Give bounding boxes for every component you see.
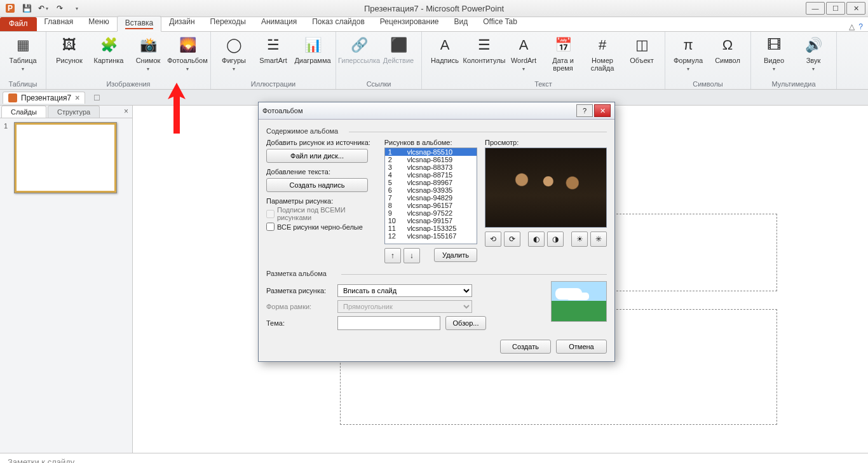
contrast-down-button[interactable]: ◑	[547, 232, 564, 247]
app-icon[interactable]: P	[3, 1, 18, 15]
ribbon-tab-показ слайдов[interactable]: Показ слайдов	[304, 15, 372, 31]
ribbon-tab-вид[interactable]: Вид	[447, 15, 476, 31]
ribbon-tab-дизайн[interactable]: Дизайн	[161, 15, 202, 31]
create-textbox-button[interactable]: Создать надпись	[266, 178, 368, 192]
picture-button[interactable]: 🖼Рисунок	[50, 33, 88, 65]
label-frame-shape: Форма рамки:	[266, 303, 332, 310]
smartart-button[interactable]: ☱SmartArt	[254, 33, 292, 65]
undo-button[interactable]: ↶▾	[36, 1, 51, 15]
symbol-button[interactable]: ΩСимвол	[709, 33, 747, 65]
ribbon-tab-вставка[interactable]: Вставка	[117, 16, 162, 32]
document-tab[interactable]: Презентация7 ×	[3, 92, 85, 104]
list-item[interactable]: 3vlcsnap-88373	[385, 163, 477, 171]
checkbox-captions[interactable]: Подписи под ВСЕМИ рисунками	[266, 206, 377, 221]
frame-shape-select: Прямоугольник	[337, 300, 472, 313]
ribbon-tab-меню[interactable]: Меню	[81, 15, 116, 31]
ribbon-tab-рецензирование[interactable]: Рецензирование	[372, 15, 447, 31]
chart-button[interactable]: 📊Диаграмма	[294, 33, 332, 65]
ribbon-tab-анимация[interactable]: Анимация	[254, 15, 304, 31]
move-down-button[interactable]: ↓	[403, 248, 420, 263]
shapes-icon: ◯	[224, 35, 244, 55]
ribbon-tab-переходы[interactable]: Переходы	[203, 15, 254, 31]
ribbon-group-label: Иллюстрации	[215, 79, 332, 89]
checkbox-blackwhite[interactable]: ВСЕ рисунки черно-белые	[266, 223, 377, 231]
preview-image	[485, 148, 606, 227]
save-button[interactable]: 💾	[19, 1, 34, 15]
redo-button[interactable]: ↷	[52, 1, 67, 15]
table-button[interactable]: ▦Таблица▾	[4, 33, 42, 74]
list-item[interactable]: 12vlcsnap-155167	[385, 232, 477, 240]
list-item[interactable]: 8vlcsnap-96157	[385, 202, 477, 209]
save-icon: 💾	[22, 4, 32, 13]
ribbon-button-label: Гиперссылка	[338, 57, 380, 64]
brightness-down-button[interactable]: ✳	[590, 232, 607, 247]
ribbon-button-label: Звук	[806, 57, 821, 64]
hyperlink-button: 🔗Гиперссылка	[340, 33, 378, 65]
shapes-button[interactable]: ◯Фигуры▾	[215, 33, 253, 74]
list-item[interactable]: 1vlcsnap-85510	[385, 148, 477, 156]
audio-button[interactable]: 🔊Звук▾	[794, 33, 832, 74]
qat-customize[interactable]: ▾	[69, 1, 84, 15]
notes-pane[interactable]: Заметки к слайду	[0, 453, 868, 463]
minimize-button[interactable]: —	[806, 2, 825, 15]
create-button[interactable]: Создать	[500, 340, 551, 354]
move-up-button[interactable]: ↑	[384, 248, 401, 263]
tab-slides[interactable]: Слайды	[1, 106, 46, 118]
photo-album-dialog: Фотоальбом ? ✕ Содержимое альбома Добави…	[258, 102, 615, 362]
theme-input[interactable]	[337, 316, 440, 330]
picture-layout-select[interactable]: Вписать в слайд	[337, 284, 472, 297]
layout-preview	[551, 281, 607, 322]
section-album-content: Содержимое альбома	[266, 127, 607, 135]
video-button[interactable]: 🎞Видео▾	[755, 33, 793, 74]
file-tab[interactable]: Файл	[0, 17, 37, 31]
datetime-button[interactable]: 📅Дата и время	[544, 33, 582, 73]
headerfooter-button[interactable]: ☰Колонтитулы	[465, 33, 503, 65]
rotate-left-button[interactable]: ⟲	[485, 232, 501, 247]
ribbon-tab-office tab[interactable]: Office Tab	[475, 15, 525, 31]
list-item[interactable]: 10vlcsnap-99157	[385, 217, 477, 225]
help-icon[interactable]: ?	[858, 22, 863, 31]
dialog-close-button[interactable]: ✕	[594, 104, 611, 117]
dialog-help-button[interactable]: ?	[576, 104, 593, 117]
tab-outline[interactable]: Структура	[48, 106, 100, 118]
clipart-button[interactable]: 🧩Картинка	[90, 33, 128, 65]
rotate-right-button[interactable]: ⟳	[504, 232, 520, 247]
wordart-button[interactable]: AWordArt▾	[505, 33, 543, 74]
object-button[interactable]: ◫Объект	[623, 33, 661, 65]
contrast-up-button[interactable]: ◐	[528, 232, 545, 247]
list-item[interactable]: 9vlcsnap-97522	[385, 209, 477, 217]
list-item[interactable]: 5vlcsnap-89967	[385, 179, 477, 186]
maximize-button[interactable]: ☐	[826, 2, 845, 15]
textbox-button[interactable]: AНадпись	[426, 33, 464, 65]
equation-icon: π	[678, 35, 698, 55]
new-document-tab[interactable]: ☐	[88, 92, 106, 104]
panel-close-icon[interactable]: ×	[120, 106, 132, 118]
browse-button[interactable]: Обзор...	[445, 316, 486, 330]
cancel-button[interactable]: Отмена	[556, 340, 607, 354]
hyperlink-icon: 🔗	[349, 35, 369, 55]
equation-button[interactable]: πФормула▾	[669, 33, 707, 74]
list-item[interactable]: 11vlcsnap-153325	[385, 225, 477, 232]
file-or-disk-button[interactable]: Файл или диск...	[266, 149, 368, 163]
table-icon: ▦	[13, 35, 33, 55]
list-item[interactable]: 7vlcsnap-94829	[385, 194, 477, 202]
dialog-titlebar[interactable]: Фотоальбом ? ✕	[259, 102, 614, 120]
slidenum-button[interactable]: #Номер слайда	[583, 33, 621, 73]
ribbon-button-label: Снимок	[136, 57, 161, 64]
close-button[interactable]: ✕	[846, 2, 865, 15]
list-item[interactable]: 6vlcsnap-93935	[385, 186, 477, 194]
list-item[interactable]: 2vlcsnap-86159	[385, 156, 477, 163]
picture-listbox[interactable]: 1vlcsnap-855102vlcsnap-861593vlcsnap-883…	[384, 148, 477, 244]
panel-tabs: Слайды Структура ×	[0, 106, 132, 118]
ribbon-button-label: Действие	[383, 57, 414, 64]
list-item[interactable]: 4vlcsnap-88715	[385, 171, 477, 179]
slide-thumbnail[interactable]: 1	[4, 122, 128, 193]
brightness-up-button[interactable]: ☀	[571, 232, 588, 247]
close-icon[interactable]: ×	[75, 93, 79, 102]
delete-button[interactable]: Удалить	[434, 248, 477, 262]
ribbon-tab-главная[interactable]: Главная	[37, 15, 81, 31]
ribbon-minimize-icon[interactable]: △	[849, 22, 855, 31]
screenshot-button[interactable]: 📸Снимок▾	[129, 33, 167, 74]
undo-icon: ↶	[38, 4, 44, 13]
photoalbum-button[interactable]: 🌄Фотоальбом▾	[168, 33, 207, 74]
